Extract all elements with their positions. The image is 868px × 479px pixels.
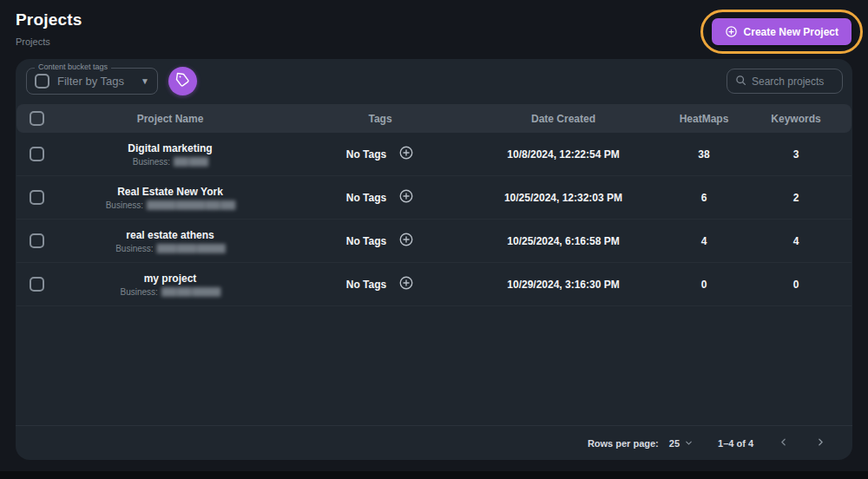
tags-value: No Tags xyxy=(346,192,386,204)
manage-tags-button[interactable] xyxy=(168,67,197,95)
filter-select-value: Filter by Tags xyxy=(57,75,133,88)
caret-down-icon: ▼ xyxy=(141,76,149,86)
row-checkbox[interactable] xyxy=(30,277,44,292)
business-name-redacted: ████ ████ ██████ xyxy=(157,244,225,253)
plus-circle-icon xyxy=(398,232,414,250)
business-name-redacted: ███ ███ ██████ xyxy=(161,287,220,296)
project-name[interactable]: Real Estate New York xyxy=(56,186,284,198)
tag-icon xyxy=(175,73,190,90)
project-name[interactable]: Digital marketing xyxy=(56,142,284,154)
search-projects-input[interactable] xyxy=(752,75,834,88)
add-tag-button[interactable] xyxy=(398,275,414,293)
column-header-heatmaps: HeatMaps xyxy=(650,113,758,125)
filter-select-checkbox[interactable] xyxy=(35,74,49,89)
heatmaps-count: 38 xyxy=(650,148,758,161)
project-name[interactable]: my project xyxy=(56,272,284,285)
column-header-date-created: Date Created xyxy=(477,113,650,125)
table-body: Digital marketing Business:███ ████ No T… xyxy=(16,133,852,306)
rows-per-page-select[interactable]: 25 xyxy=(669,436,694,451)
select-all-checkbox[interactable] xyxy=(30,111,44,126)
add-tag-button[interactable] xyxy=(398,188,414,207)
create-new-project-label: Create New Project xyxy=(744,26,838,38)
business-label: Business: xyxy=(106,200,143,210)
plus-circle-icon xyxy=(398,275,414,293)
rows-per-page-label: Rows per page: xyxy=(588,438,659,449)
plus-circle-icon xyxy=(398,188,414,207)
previous-page-button[interactable] xyxy=(776,435,791,452)
chevron-down-icon xyxy=(684,436,694,451)
business-label: Business: xyxy=(133,157,170,167)
table-row[interactable]: my project Business:███ ███ ██████ No Ta… xyxy=(16,263,852,306)
date-created-value: 10/25/2024, 12:32:03 PM xyxy=(477,192,650,204)
filter-select-label: Content bucket tags xyxy=(35,62,111,71)
pagination-range: 1–4 of 4 xyxy=(718,438,753,449)
filter-by-tags-select[interactable]: Content bucket tags Filter by Tags ▼ xyxy=(26,68,158,95)
annotation-highlight: Create New Project xyxy=(700,10,863,54)
create-new-project-button[interactable]: Create New Project xyxy=(712,18,852,45)
keywords-count: 3 xyxy=(758,148,834,161)
page-title: Projects xyxy=(16,10,82,30)
heatmaps-count: 0 xyxy=(650,279,758,291)
table-row[interactable]: Real Estate New York Business:██████ ███… xyxy=(16,176,852,220)
add-tag-button[interactable] xyxy=(398,232,414,250)
column-header-tags: Tags xyxy=(284,113,477,125)
pagination-bar: Rows per page: 25 1–4 of 4 xyxy=(16,425,852,460)
heatmaps-count: 4 xyxy=(650,235,758,247)
keywords-count: 2 xyxy=(758,192,834,204)
tags-value: No Tags xyxy=(346,235,386,247)
table-header-row: Project Name Tags Date Created HeatMaps … xyxy=(16,104,852,133)
business-label: Business: xyxy=(115,244,153,253)
chevron-left-icon xyxy=(778,436,789,450)
project-name[interactable]: real estate athens xyxy=(56,229,284,241)
tags-value: No Tags xyxy=(346,148,386,161)
rows-per-page-value: 25 xyxy=(669,438,680,449)
column-header-keywords: Keywords xyxy=(758,113,834,125)
keywords-count: 4 xyxy=(758,235,834,247)
add-tag-button[interactable] xyxy=(398,145,414,163)
business-name-redacted: ██████ ██████ ███ ███ xyxy=(147,200,234,209)
breadcrumb: Projects xyxy=(16,36,50,47)
projects-panel: Content bucket tags Filter by Tags ▼ Pro… xyxy=(16,59,852,460)
table-row[interactable]: real estate athens Business:████ ████ ██… xyxy=(16,220,852,263)
date-created-value: 10/29/2024, 3:16:30 PM xyxy=(477,279,650,291)
row-checkbox[interactable] xyxy=(30,147,44,161)
table-row[interactable]: Digital marketing Business:███ ████ No T… xyxy=(16,133,852,176)
date-created-value: 10/25/2024, 6:16:58 PM xyxy=(477,235,650,247)
chevron-right-icon xyxy=(815,436,826,450)
keywords-count: 0 xyxy=(758,279,834,291)
tags-value: No Tags xyxy=(346,279,386,291)
row-checkbox[interactable] xyxy=(30,233,44,248)
business-label: Business: xyxy=(121,287,158,297)
heatmaps-count: 6 xyxy=(650,192,758,204)
date-created-value: 10/8/2024, 12:22:54 PM xyxy=(477,148,650,161)
plus-circle-icon xyxy=(725,25,738,38)
business-name-redacted: ███ ████ xyxy=(174,157,207,166)
next-page-button[interactable] xyxy=(813,435,828,452)
column-header-project-name: Project Name xyxy=(56,113,284,125)
row-checkbox[interactable] xyxy=(30,190,44,205)
search-icon xyxy=(735,74,746,89)
plus-circle-icon xyxy=(398,145,414,163)
search-projects-box[interactable] xyxy=(727,69,843,94)
page-bottom-edge xyxy=(0,471,868,479)
